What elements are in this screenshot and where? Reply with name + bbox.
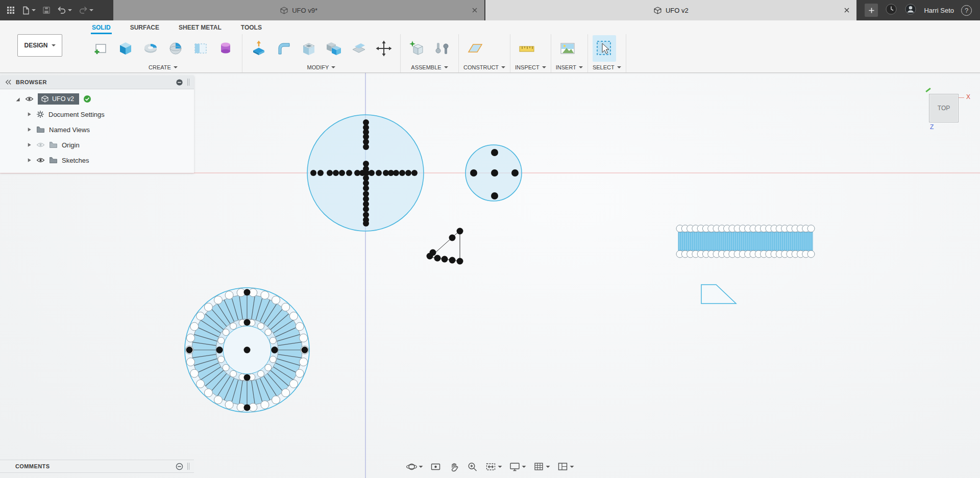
combine-button[interactable]: [322, 35, 346, 62]
sketch-point[interactable]: [442, 256, 448, 263]
create-sketch-button[interactable]: [89, 35, 112, 62]
shell-button[interactable]: [297, 35, 321, 62]
sketch-gear-hole[interactable]: [272, 396, 280, 404]
viewcube[interactable]: TOP X Z: [929, 94, 959, 122]
sketch-band-circle[interactable]: [807, 250, 815, 258]
tab-solid[interactable]: SOLID: [91, 20, 112, 34]
sketch-band[interactable]: [678, 232, 813, 250]
sketch-gear-hole[interactable]: [204, 303, 212, 311]
tree-node-root[interactable]: UFO v2: [0, 91, 194, 107]
box-button[interactable]: [114, 35, 137, 62]
job-status-button[interactable]: [885, 3, 897, 17]
sketch-point[interactable]: [327, 170, 333, 176]
sketch-gear-hole[interactable]: [197, 312, 205, 320]
sketch-gear-hole[interactable]: [258, 370, 264, 377]
user-avatar[interactable]: [904, 3, 917, 17]
display-settings-button[interactable]: [507, 460, 529, 474]
panel-drag-handle[interactable]: [187, 79, 189, 86]
tree-node-document-settings[interactable]: Document Settings: [0, 107, 194, 122]
create-group-dropdown[interactable]: CREATE: [89, 63, 237, 72]
collapse-panel-icon[interactable]: [5, 79, 12, 85]
save-button[interactable]: [42, 6, 51, 14]
panel-drag-handle[interactable]: [187, 463, 189, 470]
sketch-gear-hole[interactable]: [225, 291, 233, 299]
sketch-point[interactable]: [411, 170, 418, 176]
sketch-point[interactable]: [363, 185, 369, 191]
sketch-point[interactable]: [339, 170, 345, 176]
new-document-tab-button[interactable]: [865, 4, 878, 17]
assemble-group-dropdown[interactable]: ASSEMBLE: [405, 63, 454, 72]
sketch-gear-hole[interactable]: [265, 364, 272, 371]
visibility-eye-icon[interactable]: [25, 96, 34, 102]
grid-snaps-button[interactable]: [531, 460, 553, 474]
user-name[interactable]: Harri Seto: [924, 7, 954, 14]
tree-node-named-views[interactable]: Named Views: [0, 122, 194, 137]
sketch-point[interactable]: [376, 170, 382, 176]
sketch-point[interactable]: [333, 170, 339, 176]
sketch-point[interactable]: [457, 228, 463, 235]
sketch-gear-hole[interactable]: [218, 356, 225, 363]
insert-canvas-button[interactable]: [556, 35, 579, 62]
sketch-point[interactable]: [491, 169, 498, 177]
modify-group-dropdown[interactable]: MODIFY: [247, 63, 396, 72]
construct-plane-button[interactable]: [463, 35, 487, 62]
sketch-gear-hole[interactable]: [270, 356, 276, 363]
sketch-point[interactable]: [511, 169, 519, 177]
tab-surface[interactable]: SURFACE: [129, 20, 160, 34]
sketch-gear-hole[interactable]: [300, 358, 308, 366]
sketch-point[interactable]: [449, 235, 456, 241]
comments-panel[interactable]: COMMENTS: [0, 460, 194, 473]
viewports-button[interactable]: [555, 460, 577, 474]
expander-expanded-icon[interactable]: [14, 96, 21, 103]
sketch-gear-hole[interactable]: [296, 369, 304, 378]
sketch-point[interactable]: [427, 253, 433, 260]
workspace-selector[interactable]: DESIGN: [17, 34, 62, 57]
sketch-point[interactable]: [399, 170, 405, 176]
sketch-point[interactable]: [363, 206, 369, 212]
joint-button[interactable]: [430, 35, 454, 62]
help-button[interactable]: ?: [961, 5, 972, 16]
redo-button[interactable]: [79, 6, 93, 14]
sketch-band-circle[interactable]: [807, 225, 815, 232]
inspect-group-dropdown[interactable]: INSPECT: [515, 63, 546, 72]
pan-button[interactable]: [446, 460, 462, 474]
sketch-point[interactable]: [244, 319, 251, 326]
select-button[interactable]: [593, 35, 616, 62]
expander-collapsed-icon[interactable]: [27, 111, 32, 117]
sketch-gear-hole[interactable]: [270, 337, 276, 344]
sketch-point[interactable]: [244, 374, 251, 381]
close-tab-icon[interactable]: [471, 7, 478, 14]
sketch-gear-hole[interactable]: [296, 322, 304, 331]
sketch-point[interactable]: [434, 255, 441, 262]
sketch-gear-hole[interactable]: [282, 303, 290, 311]
sweep-button[interactable]: [164, 35, 187, 62]
select-group-dropdown[interactable]: SELECT: [593, 63, 621, 72]
pattern-button[interactable]: [189, 35, 212, 62]
zoom-button[interactable]: [464, 460, 481, 474]
sketch-trapezoid[interactable]: [701, 285, 736, 304]
sketch-gear-hole[interactable]: [190, 322, 199, 331]
expander-collapsed-icon[interactable]: [27, 142, 32, 148]
new-component-button[interactable]: [405, 35, 429, 62]
sketch-point[interactable]: [244, 347, 251, 354]
tree-node-origin[interactable]: Origin: [0, 137, 194, 153]
tab-tools[interactable]: TOOLS: [240, 20, 263, 34]
sketch-point[interactable]: [470, 169, 477, 177]
sketch-gear-hole[interactable]: [214, 396, 223, 404]
sketch-point[interactable]: [186, 347, 193, 354]
sketch-point[interactable]: [405, 170, 411, 176]
fit-button[interactable]: [483, 460, 505, 474]
sketch-point[interactable]: [244, 289, 251, 296]
construct-group-dropdown[interactable]: CONSTRUCT: [463, 63, 505, 72]
sketch-gear-hole[interactable]: [289, 380, 298, 388]
measure-button[interactable]: [515, 35, 538, 62]
sketch-point[interactable]: [363, 166, 369, 172]
file-menu-button[interactable]: [21, 6, 36, 15]
expander-collapsed-icon[interactable]: [27, 127, 32, 133]
tab-sheet-metal[interactable]: SHEET METAL: [178, 20, 223, 34]
sketch-point[interactable]: [346, 170, 352, 176]
sketch-gear-hole[interactable]: [282, 389, 290, 397]
sketch-gear-hole[interactable]: [230, 323, 237, 330]
sketch-gear-hole[interactable]: [197, 380, 205, 388]
sketch-gear-hole[interactable]: [265, 329, 272, 336]
